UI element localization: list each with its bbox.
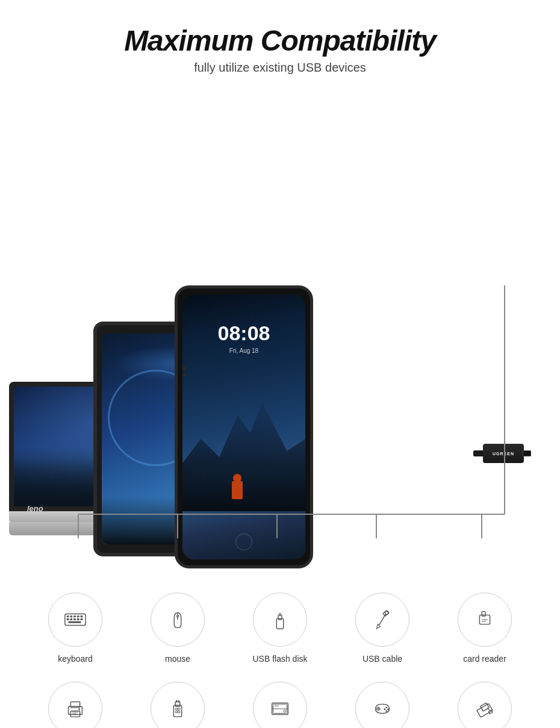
svg-rect-19 [69, 621, 81, 623]
svg-rect-16 [73, 618, 76, 620]
printer-icon [63, 696, 88, 721]
console-icon [370, 696, 395, 721]
svg-point-48 [284, 710, 286, 712]
svg-rect-17 [77, 618, 79, 620]
icon-item-printer: printer [27, 682, 123, 728]
usb-adapter: UGREEN [473, 444, 524, 463]
svg-point-34 [78, 709, 80, 711]
svg-rect-40 [178, 700, 179, 703]
page-container: Maximum Compatibility fully utilize exis… [0, 0, 560, 728]
keyboard-icon [63, 607, 88, 632]
svg-point-52 [387, 709, 389, 711]
svg-rect-38 [175, 702, 180, 707]
icon-item-network-card: network card [437, 682, 533, 728]
header-section: Maximum Compatibility fully utilize exis… [124, 0, 436, 75]
devices-area: leno [0, 81, 560, 580]
mouse-icon-circle [151, 593, 205, 647]
brand-label: UGREEN [493, 452, 514, 456]
svg-rect-13 [81, 615, 83, 617]
svg-point-54 [385, 710, 387, 712]
page-title: Maximum Compatibility [124, 24, 436, 57]
printer-icon-circle [48, 682, 102, 728]
icons-row-2: printer USB hub [18, 682, 542, 728]
svg-rect-11 [73, 615, 76, 617]
icon-item-card-reader: card reader [437, 593, 533, 664]
icon-item-mouse: mouse [129, 593, 226, 664]
svg-rect-15 [70, 618, 72, 620]
card-reader-icon [472, 607, 497, 632]
usb-cable-icon-circle [355, 593, 409, 647]
usb-flash-icon-circle [253, 593, 307, 647]
icons-section: keyboard mouse [0, 580, 560, 728]
icons-row-1: keyboard mouse [18, 593, 542, 664]
usb-cable-label: USB cable [362, 654, 402, 664]
svg-rect-39 [176, 700, 177, 703]
hard-disk-icon-circle [253, 682, 307, 728]
svg-rect-9 [67, 615, 69, 617]
svg-rect-28 [482, 612, 485, 617]
svg-rect-10 [70, 615, 72, 617]
mouse-label: mouse [165, 654, 190, 664]
phone-time-display: 08:08 [218, 322, 270, 345]
usb-hub-icon [165, 696, 190, 721]
svg-rect-43 [175, 711, 178, 713]
svg-rect-44 [178, 711, 180, 713]
svg-point-53 [384, 709, 385, 711]
svg-rect-42 [178, 708, 180, 710]
usb-cable-icon [370, 607, 395, 632]
icon-item-usb-flash: USB flash disk [232, 593, 328, 664]
usb-flash-icon [267, 607, 293, 632]
svg-rect-41 [175, 708, 178, 710]
network-card-icon-circle [458, 682, 512, 728]
usb-hub-icon-circle [151, 682, 205, 728]
svg-rect-12 [77, 615, 79, 617]
icon-item-hard-disk: hard disk [232, 682, 328, 728]
icon-item-keyboard: keyboard [27, 593, 123, 664]
card-reader-label: card reader [463, 654, 506, 664]
hard-disk-icon [267, 696, 293, 721]
keyboard-label: keyboard [58, 654, 93, 664]
icon-item-usb-hub: USB hub [129, 682, 226, 728]
svg-rect-18 [81, 618, 83, 620]
phone-date-display: Fri, Aug 18 [229, 347, 258, 354]
usb-flash-label: USB flash disk [252, 654, 307, 664]
icon-item-usb-cable: USB cable [334, 593, 431, 664]
keyboard-icon-circle [48, 593, 102, 647]
svg-rect-14 [67, 618, 69, 620]
card-reader-icon-circle [458, 593, 512, 647]
icon-item-console: console [334, 682, 431, 728]
laptop-brand-label: leno [27, 504, 43, 513]
phone-screen: 08:08 Fri, Aug 18 [182, 294, 305, 559]
page-subtitle: fully utilize existing USB devices [124, 61, 436, 75]
phone-device: 08:08 Fri, Aug 18 [175, 285, 313, 568]
phone-frame: 08:08 Fri, Aug 18 [175, 285, 313, 568]
network-card-icon [472, 696, 497, 721]
svg-point-51 [385, 707, 387, 709]
console-icon-circle [355, 682, 409, 728]
mouse-icon [165, 607, 190, 632]
